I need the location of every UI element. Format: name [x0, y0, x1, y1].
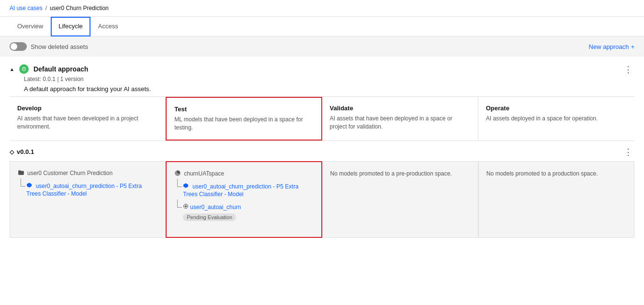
toggle-wrapper: Show deleted assets [10, 42, 88, 51]
stage-validate-name: Validate [330, 105, 470, 112]
new-approach-button[interactable]: New approach + [589, 43, 634, 50]
collapse-chevron-icon[interactable]: ▲ [10, 67, 14, 72]
svg-point-3 [185, 205, 187, 207]
toolbar: Show deleted assets New approach + [0, 36, 644, 57]
approach-description: A default approach for tracking your AI … [24, 85, 151, 93]
develop-asset-link[interactable]: user0_autoai_churn_prediction - P5 Extra… [26, 183, 142, 198]
test-asset-model-tree: user0_autoai_churn_prediction - P5 Extra… [174, 183, 313, 199]
stage-operate-name: Operate [486, 105, 627, 112]
new-approach-label: New approach [589, 43, 629, 50]
tab-access[interactable]: Access [90, 17, 126, 36]
breadcrumb-current: user0 Churn Prediction [50, 5, 109, 12]
approach-kebab-menu[interactable]: ⋮ [622, 64, 634, 75]
approach-meta: Latest: 0.0.1 | 1 version [24, 76, 151, 82]
folder-row-develop: user0 Customer Churn Prediction [18, 169, 158, 177]
version-text: v0.0.1 [17, 148, 34, 155]
stage-test-desc: ML models that have been deployed in a s… [174, 116, 313, 132]
test-model-icon [183, 183, 189, 189]
tab-lifecycle[interactable]: Lifecycle [51, 17, 90, 36]
test-eval-row: user0_autoai_churn Pending Evaluation [174, 203, 313, 221]
stage-test: Test ML models that have been deployed i… [166, 97, 322, 141]
operate-no-models-text: No models promoted to a production space… [486, 170, 598, 177]
stage-operate: Operate AI assets deployed in a space fo… [478, 97, 634, 141]
breadcrumb-separator: / [45, 5, 47, 12]
test-asset-link[interactable]: user0_autoai_churn_prediction - P5 Extra… [183, 183, 298, 198]
approach-title-row: ▲ Default approach [10, 64, 151, 74]
diamond-icon: ◇ [10, 149, 14, 155]
develop-model-icon [26, 182, 32, 189]
toolbar-left: Show deleted assets [10, 42, 88, 51]
stages-container: Develop AI assets that have been develop… [10, 96, 634, 141]
asset-card-test: churnUATspace user0_autoai_churn_predict… [166, 161, 322, 238]
asset-card-develop: user0 Customer Churn Prediction user0_au… [10, 161, 166, 238]
version-kebab-menu[interactable]: ⋮ [622, 147, 634, 157]
stage-operate-desc: AI assets deployed in a space for operat… [486, 115, 627, 123]
approach-name: Default approach [34, 65, 88, 73]
svg-marker-1 [183, 183, 188, 188]
test-eval-link[interactable]: user0_autoai_churn [190, 204, 241, 211]
test-eval-tree: user0_autoai_churn [174, 203, 313, 211]
approach-icon [19, 64, 29, 74]
develop-folder-name: user0 Customer Churn Prediction [27, 170, 113, 176]
version-row: ◇ v0.0.1 ⋮ [10, 141, 634, 161]
stage-test-name: Test [174, 106, 313, 113]
stage-validate: Validate AI assets that have been deploy… [322, 97, 478, 141]
toggle-label: Show deleted assets [31, 43, 88, 50]
approach-header: ▲ Default approach Latest: 0.0.1 | 1 ver… [10, 57, 634, 96]
tabs-container: Overview Lifecycle Access [0, 17, 644, 36]
test-space-name: churnUATspace [184, 170, 224, 177]
folder-icon [18, 169, 24, 177]
breadcrumb-link[interactable]: AI use cases [10, 5, 43, 12]
tab-overview[interactable]: Overview [10, 17, 51, 36]
test-radio-icon [183, 205, 190, 210]
breadcrumb: AI use cases / user0 Churn Prediction [0, 0, 644, 17]
evaluation-badge: Pending Evaluation [183, 213, 236, 221]
version-label: ◇ v0.0.1 [10, 148, 34, 155]
show-deleted-toggle[interactable] [10, 42, 27, 51]
stage-develop: Develop AI assets that have been develop… [10, 97, 166, 141]
asset-cards-container: user0 Customer Churn Prediction user0_au… [10, 161, 634, 238]
main-content: ▲ Default approach Latest: 0.0.1 | 1 ver… [0, 57, 644, 238]
asset-card-validate: No models promoted to a pre-production s… [322, 161, 478, 238]
asset-card-operate: No models promoted to a production space… [478, 161, 634, 238]
toggle-knob [11, 43, 17, 50]
test-space-row: churnUATspace [174, 170, 313, 178]
develop-asset-tree: user0_autoai_churn_prediction - P5 Extra… [18, 182, 158, 199]
svg-marker-0 [27, 183, 32, 188]
stage-validate-desc: AI assets that have been deployed in a s… [330, 115, 470, 131]
rocket-icon [174, 170, 181, 178]
stage-develop-desc: AI assets that have been developed in a … [17, 115, 158, 131]
new-approach-plus-icon: + [631, 43, 634, 50]
approach-header-left: ▲ Default approach Latest: 0.0.1 | 1 ver… [10, 64, 151, 93]
validate-no-models-text: No models promoted to a pre-production s… [330, 170, 452, 177]
stage-develop-name: Develop [17, 105, 158, 112]
